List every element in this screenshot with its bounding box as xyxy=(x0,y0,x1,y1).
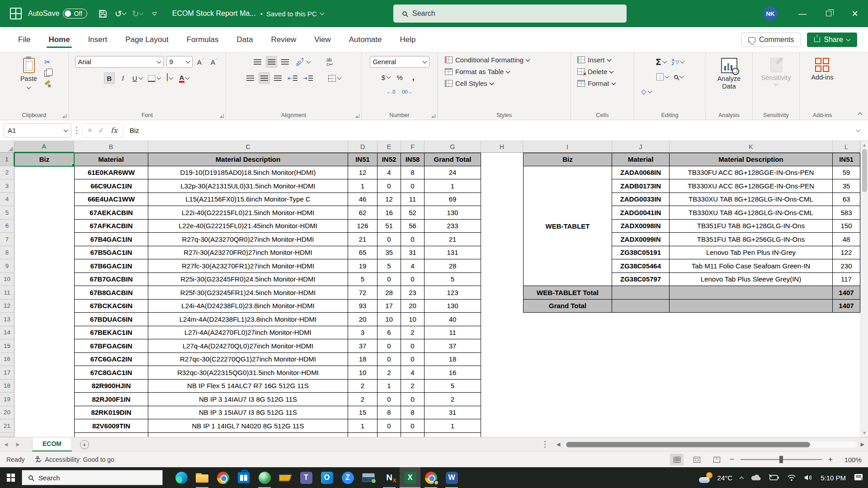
material-code[interactable]: ZG38C05191 xyxy=(612,246,670,260)
row-header-1[interactable]: 1 xyxy=(0,153,14,166)
format-as-table-button[interactable]: Format as Table xyxy=(445,68,509,75)
cell-D[interactable]: 37 xyxy=(348,339,377,353)
merge-center-button[interactable] xyxy=(327,72,342,84)
right-header-Biz[interactable]: Biz xyxy=(523,153,612,166)
cell-F[interactable]: 8 xyxy=(401,166,425,180)
tab-automate[interactable]: Automate xyxy=(342,31,389,49)
cell-A[interactable] xyxy=(14,406,74,420)
cell-A[interactable] xyxy=(14,326,74,340)
row-header-7[interactable]: 7 xyxy=(0,233,14,246)
grand-total-value[interactable]: 130 xyxy=(425,300,481,313)
cell-F[interactable]: 4 xyxy=(401,366,425,380)
in51-value[interactable]: 230 xyxy=(833,259,860,273)
weather-widget[interactable]: 24°C xyxy=(699,472,733,483)
cell-K[interactable] xyxy=(670,419,833,433)
grand-total-value[interactable]: 5 xyxy=(425,273,481,286)
left-header-IN51[interactable]: IN51 xyxy=(348,153,377,166)
insert-cells-button[interactable]: Insert xyxy=(577,56,611,64)
biz-group-cell[interactable] xyxy=(523,259,612,273)
cell-C[interactable] xyxy=(148,433,348,437)
in51-value[interactable]: 117 xyxy=(833,273,860,286)
cell-L[interactable] xyxy=(833,366,860,380)
top-align-button[interactable] xyxy=(252,56,263,68)
in51-value[interactable]: 150 xyxy=(833,220,860,233)
cell-A[interactable] xyxy=(14,380,74,393)
clear-button[interactable]: ◇ xyxy=(640,86,653,98)
cell-E[interactable]: 51 xyxy=(377,220,401,233)
cell-E[interactable]: 1 xyxy=(377,380,401,393)
row-header-18[interactable]: 18 xyxy=(0,380,14,393)
increase-decimal-button[interactable]: ←.0 xyxy=(385,86,396,98)
zoom-level[interactable]: 100% xyxy=(839,456,862,464)
in51-value[interactable]: 59 xyxy=(833,166,860,180)
currency-button[interactable]: $ xyxy=(380,71,392,83)
material-description[interactable]: L24m-4A(D24238FL1)23.8inch Monitor-HDMI xyxy=(148,313,348,326)
cell-A[interactable] xyxy=(14,353,74,366)
cell-I[interactable] xyxy=(523,419,612,433)
cell-D[interactable]: 65 xyxy=(348,246,377,260)
grand-total-value[interactable]: 31 xyxy=(425,406,481,420)
grand-total-value[interactable]: 18 xyxy=(425,353,481,366)
taskbar-app-chrome[interactable] xyxy=(212,467,233,488)
column-header-K[interactable]: K xyxy=(670,141,833,153)
cell-J[interactable] xyxy=(612,286,670,300)
fill-color-button[interactable] xyxy=(165,72,175,84)
row-header-21[interactable]: 21 xyxy=(0,419,14,433)
in51-value[interactable]: 48 xyxy=(833,233,860,246)
sheet-next-icon[interactable]: ▶ xyxy=(16,441,19,447)
cell-H[interactable] xyxy=(481,206,523,220)
cell-A[interactable] xyxy=(14,313,74,326)
taskbar-app-excel[interactable]: X xyxy=(400,467,420,488)
selected-cell-A1[interactable]: Biz xyxy=(14,153,74,166)
material-description[interactable]: TB351FU TAB 8G+256GLG-IN-Ons xyxy=(670,233,833,246)
column-header-I[interactable]: I xyxy=(523,141,612,153)
material-code[interactable]: 67C8GAC1IN xyxy=(74,366,148,380)
sort-filter-chevron-icon[interactable] xyxy=(680,59,685,64)
onedrive-icon[interactable] xyxy=(751,474,761,481)
comments-button[interactable]: Comments xyxy=(741,33,801,47)
grand-total-value[interactable]: 16 xyxy=(425,366,481,380)
grand-total-value[interactable]: 28 xyxy=(425,259,481,273)
cell-H[interactable] xyxy=(481,286,523,300)
biz-group-cell[interactable] xyxy=(523,246,612,260)
left-header-IN58[interactable]: IN58 xyxy=(401,153,425,166)
material-description[interactable]: TB330FU ACC 8G+128GGE-IN-Ons-PEN xyxy=(670,166,833,180)
copy-button[interactable] xyxy=(44,70,50,77)
select-all-corner[interactable] xyxy=(0,141,14,153)
material-description[interactable]: L22i-40(G22215FL0)21.5inch Monitor-HDMI xyxy=(148,206,348,220)
material-code[interactable]: 67AFKACBIN xyxy=(74,220,148,233)
cell-D[interactable]: 3 xyxy=(348,326,377,340)
biz-group-cell[interactable]: WEB-TABLET xyxy=(523,220,612,233)
row-header-17[interactable]: 17 xyxy=(0,366,14,380)
find-select-button[interactable] xyxy=(673,71,684,83)
cell-D[interactable]: 19 xyxy=(348,259,377,273)
sort-filter-button[interactable]: AZ▽ xyxy=(670,56,686,68)
cell-L[interactable] xyxy=(833,380,860,393)
cell-F[interactable]: 2 xyxy=(401,380,425,393)
percent-button[interactable]: % xyxy=(394,71,405,83)
save-button[interactable] xyxy=(95,6,111,21)
taskbar-app-teams[interactable]: T xyxy=(296,467,316,488)
name-box[interactable]: A1 xyxy=(4,123,71,138)
align-left-button[interactable] xyxy=(245,72,256,84)
cell-F[interactable]: 11 xyxy=(401,193,425,206)
total-row-label[interactable]: Grand Total xyxy=(523,300,612,313)
material-code[interactable]: ZADG0041IN xyxy=(612,206,670,220)
column-header-C[interactable]: C xyxy=(148,141,348,153)
cell-H[interactable] xyxy=(481,339,523,353)
material-description[interactable]: L27q-4A(D24270QL0)27inch Monitor-HDMI xyxy=(148,339,348,353)
cell-A[interactable] xyxy=(14,233,74,246)
material-code[interactable]: 66C9UAC1IN xyxy=(74,179,148,193)
undo-button[interactable]: ↺ xyxy=(113,6,128,21)
cell-J[interactable] xyxy=(612,419,670,433)
cell-K[interactable] xyxy=(670,433,833,437)
grand-total-value[interactable]: 37 xyxy=(425,339,481,353)
material-description[interactable]: R27q-30(A23270QR0)27inch Monitor-HDMI xyxy=(148,233,348,246)
cell-D[interactable]: 1 xyxy=(348,179,377,193)
cut-button[interactable]: ✂ xyxy=(44,58,51,66)
cell-D[interactable]: 20 xyxy=(348,313,377,326)
cell-E[interactable]: 8 xyxy=(377,406,401,420)
material-description[interactable]: L32p-30(A21315UL0)31.5inch Monitor-HDMI xyxy=(148,179,348,193)
fill-chevron-icon[interactable] xyxy=(665,74,670,79)
material-description[interactable]: D19-10(D19185AD0)18.5inch Monitor(HDMI) xyxy=(148,166,348,180)
